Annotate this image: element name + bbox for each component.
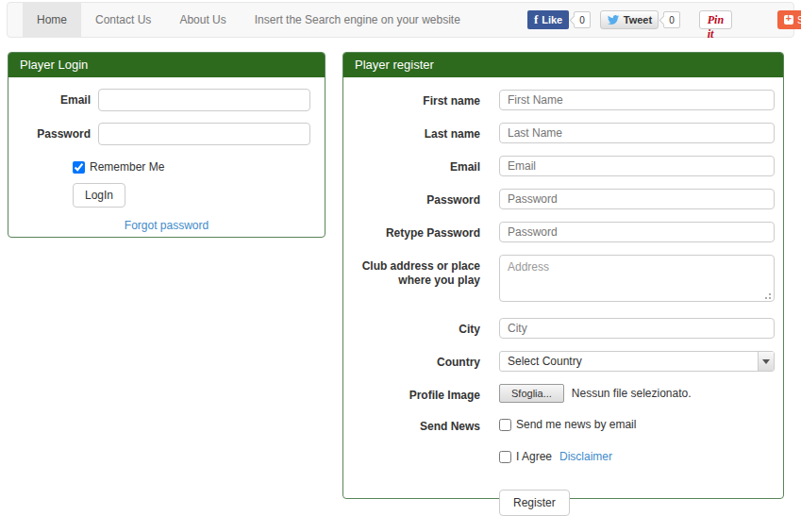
register-password-label: Password [343, 189, 480, 209]
retype-password-input[interactable] [499, 222, 775, 242]
nav-item-about-us[interactable]: About Us [165, 3, 240, 37]
twitter-bird-icon [607, 15, 620, 25]
login-panel-title: Player Login [8, 53, 325, 77]
send-news-label: Send News [343, 415, 480, 434]
top-navbar: Home Contact Us About Us Insert the Sear… [7, 2, 794, 38]
country-select[interactable]: Select Country [499, 351, 775, 372]
country-selected-value: Select Country [500, 355, 582, 368]
club-address-textarea[interactable] [499, 255, 775, 302]
remember-me-row: Remember Me [73, 160, 325, 174]
city-label: City [343, 318, 480, 339]
social-widgets: f Like 0 Tweet 0 Pin it Share [527, 10, 801, 29]
login-email-input[interactable] [98, 89, 310, 111]
send-news-checkbox[interactable] [499, 419, 511, 431]
last-name-input[interactable] [499, 123, 775, 143]
country-row: Country Select Country [343, 351, 783, 372]
retype-password-row: Retype Password [343, 222, 783, 242]
nav-item-insert-search-engine[interactable]: Insert the Search engine on your website [241, 3, 475, 37]
profile-image-row: Profile Image Sfoglia... Nessun file sel… [343, 384, 783, 403]
retype-password-label: Retype Password [343, 222, 480, 242]
tweet-count: 0 [663, 11, 680, 28]
facebook-like-label: Like [542, 14, 562, 25]
remember-me-checkbox[interactable] [73, 161, 85, 174]
register-email-label: Email [343, 156, 480, 176]
club-address-label: Club address or place where you play [343, 255, 480, 306]
player-login-panel: Player Login Email Password Remember Me … [8, 52, 325, 238]
login-password-row: Password [8, 123, 325, 145]
share-label: Share [797, 15, 801, 25]
textarea-resize-grip[interactable] [769, 297, 771, 299]
register-password-input[interactable] [499, 189, 775, 209]
login-password-label: Password [8, 123, 91, 145]
forgot-password-link[interactable]: Forgot password [125, 219, 209, 232]
pinterest-pinit-button[interactable]: Pin it [699, 10, 732, 29]
register-email-row: Email [343, 156, 783, 176]
share-icon [784, 15, 793, 25]
agree-row: I Agree Disclaimer [343, 450, 783, 463]
facebook-like-count: 0 [574, 11, 591, 28]
disclaimer-link[interactable]: Disclaimer [559, 450, 612, 463]
facebook-like-button[interactable]: f Like [527, 10, 569, 29]
register-password-row: Password [343, 189, 783, 209]
register-button[interactable]: Register [499, 490, 570, 516]
tweet-button[interactable]: Tweet [600, 10, 659, 29]
profile-image-label: Profile Image [343, 384, 480, 403]
register-button-row: Register [343, 475, 783, 516]
city-input[interactable] [499, 318, 775, 339]
nav-item-home[interactable]: Home [23, 3, 81, 37]
login-email-label: Email [8, 89, 91, 111]
browse-file-button[interactable]: Sfoglia... [499, 384, 564, 403]
city-row: City [343, 318, 783, 339]
last-name-row: Last name [343, 123, 783, 143]
first-name-input[interactable] [499, 90, 775, 110]
login-password-input[interactable] [98, 123, 310, 145]
country-label: Country [343, 351, 480, 372]
facebook-icon: f [534, 12, 538, 27]
first-name-label: First name [343, 90, 480, 110]
send-news-row: Send News Send me news by email [343, 415, 783, 434]
send-news-checkbox-label: Send me news by email [516, 418, 636, 431]
remember-me-label: Remember Me [90, 160, 164, 174]
first-name-row: First name [343, 90, 783, 110]
nav-item-contact-us[interactable]: Contact Us [81, 3, 165, 37]
share-button[interactable]: Share [777, 10, 801, 29]
file-status-text: Nessun file selezionato. [572, 387, 692, 400]
login-button[interactable]: LogIn [73, 183, 125, 208]
register-panel-title: Player register [343, 53, 783, 77]
chevron-down-icon [758, 352, 774, 371]
nav-menu: Home Contact Us About Us Insert the Sear… [23, 3, 475, 37]
login-email-row: Email [8, 89, 325, 111]
register-email-input[interactable] [499, 156, 775, 176]
club-address-row: Club address or place where you play [343, 255, 783, 306]
tweet-label: Tweet [624, 14, 652, 25]
i-agree-label: I Agree [516, 450, 552, 463]
player-register-panel: Player register First name Last name Ema… [342, 52, 784, 499]
last-name-label: Last name [343, 123, 480, 143]
i-agree-checkbox[interactable] [499, 451, 511, 463]
